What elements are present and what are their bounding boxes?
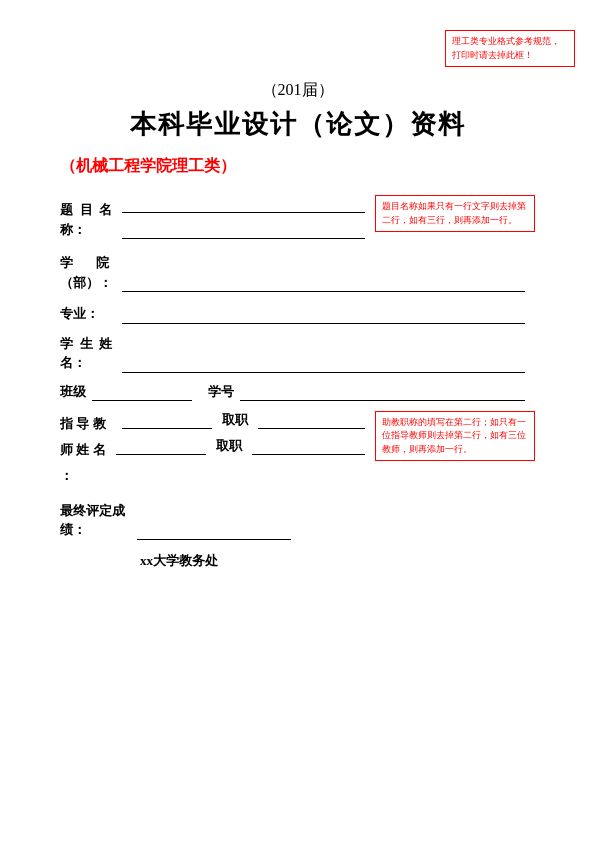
dept-title: （机械工程学院理工类） (60, 156, 535, 177)
footer-text: xx大学教务处 (140, 552, 535, 570)
advisor-label: 指 导 教师 姓 名： (60, 411, 116, 489)
college-line[interactable] (122, 274, 525, 292)
class-line[interactable] (92, 383, 192, 401)
class-label: 班级 (60, 383, 86, 401)
major-line[interactable] (122, 306, 525, 324)
title-line-1[interactable] (122, 195, 365, 213)
top-notice-box: 理工类专业格式参考规范，打印时请去掉此框！ (445, 30, 575, 67)
advisor1-line[interactable] (122, 411, 212, 429)
title1-line[interactable] (258, 411, 365, 429)
grade-row: 最终评定成绩： (60, 501, 535, 540)
advisor-section: 指 导 教师 姓 名： 取职 取职 (60, 411, 535, 489)
note-advisor-box: 助教职称的填写在第二行；如只有一位指导教师则去掉第二行，如有三位教师，则再添加一… (375, 411, 535, 462)
student-line[interactable] (122, 355, 525, 373)
header-section: （201届） 本科毕业设计（论文）资料 (60, 80, 535, 142)
grade-label: 最终评定成绩： (60, 501, 125, 540)
title1-label: 取职 (222, 411, 248, 429)
subtitle: （201届） (60, 80, 535, 101)
note-title-text: 题目名称如果只有一行文字则去掉第二行，如有三行，则再添加一行。 (382, 201, 526, 225)
grade-line[interactable] (137, 522, 291, 540)
top-notice-text: 理工类专业格式参考规范，打印时请去掉此框！ (452, 36, 560, 60)
title-label: 题 目 名称： (60, 200, 116, 239)
student-row: 学 生 姓名： (60, 334, 535, 373)
main-title: 本科毕业设计（论文）资料 (60, 107, 535, 142)
student-id-label: 学号 (208, 383, 234, 401)
title-line-2[interactable] (122, 221, 365, 239)
major-row: 专业： (60, 304, 535, 324)
form-section: 题 目 名称： 题目名称如果只有一行文字则去掉第二行，如有三行，则再添加一行。 … (60, 195, 535, 570)
id-line[interactable] (240, 383, 525, 401)
title2-label: 取职 (216, 437, 242, 455)
title-row-block: 题 目 名称： 题目名称如果只有一行文字则去掉第二行，如有三行，则再添加一行。 (60, 195, 535, 239)
student-label: 学 生 姓名： (60, 334, 116, 373)
class-id-row: 班级 学号 (60, 383, 535, 401)
title2-line[interactable] (252, 437, 365, 455)
college-label: 学 院（部）： (60, 253, 116, 292)
note-title-box: 题目名称如果只有一行文字则去掉第二行，如有三行，则再添加一行。 (375, 195, 535, 232)
page: 理工类专业格式参考规范，打印时请去掉此框！ （201届） 本科毕业设计（论文）资… (0, 0, 595, 842)
note-advisor-text: 助教职称的填写在第二行；如只有一位指导教师则去掉第二行，如有三位教师，则再添加一… (382, 417, 526, 454)
college-row: 学 院（部）： (60, 253, 535, 292)
major-label: 专业： (60, 304, 116, 324)
